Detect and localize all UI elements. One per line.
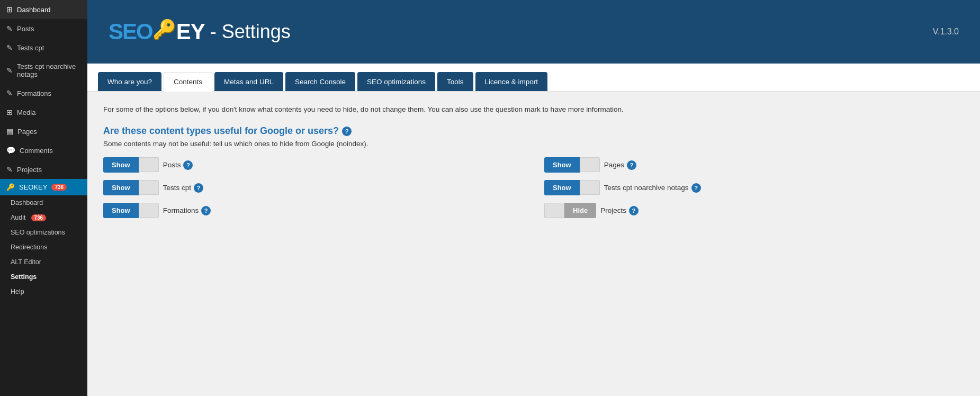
- posts-toggle-track[interactable]: [139, 157, 159, 172]
- tab-metas-and-url[interactable]: Metas and URL: [214, 72, 283, 91]
- tab-licence-import[interactable]: Licence & import: [475, 72, 548, 91]
- sidebar-item-label: Comments: [20, 147, 53, 155]
- seokey-badge: 736: [51, 184, 67, 191]
- sidebar-sub-item-audit[interactable]: Audit 736: [0, 210, 87, 225]
- projects-help-icon[interactable]: ?: [629, 206, 639, 215]
- formations-label: Formations ?: [163, 206, 211, 215]
- posts-label: Posts ?: [163, 160, 193, 170]
- section-title-help-icon[interactable]: ?: [342, 127, 352, 136]
- sidebar-sub-item-alt-editor[interactable]: ALT Editor: [0, 255, 87, 269]
- sub-seo-label: SEO optimizations: [11, 229, 65, 236]
- tab-seo-optimizations[interactable]: SEO optimizations: [357, 72, 435, 91]
- sidebar-item-label: Tests cpt: [17, 44, 44, 52]
- posts-icon: ✎: [6, 24, 13, 33]
- tests-cpt-noarchive-btn-group: Show: [544, 180, 600, 195]
- audit-badge: 736: [31, 214, 47, 221]
- sidebar-item-pages[interactable]: ▤ Pages: [0, 122, 87, 141]
- sidebar-item-dashboard[interactable]: ⊞ Dashboard: [0, 0, 87, 19]
- toggle-row-formations: Show Formations ?: [103, 203, 523, 218]
- comments-icon: 💬: [6, 146, 15, 155]
- tab-tools[interactable]: Tools: [437, 72, 473, 91]
- logo-dash: -: [210, 21, 217, 43]
- logo-settings-text: Settings: [222, 21, 291, 43]
- tab-search-console[interactable]: Search Console: [285, 72, 355, 91]
- sidebar-item-label: Posts: [17, 25, 34, 33]
- sub-redirections-label: Redirections: [11, 244, 47, 251]
- tests-cpt-noarchive-toggle-track[interactable]: [580, 180, 600, 195]
- sidebar-item-formations[interactable]: ✎ Formations: [0, 84, 87, 103]
- tests-cpt-noarchive-icon: ✎: [6, 66, 13, 75]
- tab-contents[interactable]: Contents: [164, 72, 212, 92]
- sub-help-label: Help: [11, 288, 24, 295]
- toggle-row-projects: Hide Projects ?: [544, 203, 964, 218]
- dashboard-icon: ⊞: [6, 5, 13, 14]
- version-label: V.1.3.0: [933, 27, 959, 37]
- sidebar-item-posts[interactable]: ✎ Posts: [0, 19, 87, 38]
- sidebar-item-projects[interactable]: ✎ Projects: [0, 160, 87, 179]
- sidebar-item-label: Formations: [17, 89, 51, 97]
- sidebar-sub-item-help[interactable]: Help: [0, 284, 87, 299]
- sidebar-item-tests-cpt-noarchive[interactable]: ✎ Tests cpt noarchive notags: [0, 57, 87, 84]
- media-icon: ⊞: [6, 108, 13, 116]
- pages-toggle-track[interactable]: [580, 157, 600, 172]
- seokey-icon: 🔑: [6, 183, 15, 191]
- posts-show-button[interactable]: Show: [103, 157, 139, 173]
- formations-show-button[interactable]: Show: [103, 203, 139, 218]
- sidebar-sub-item-dashboard[interactable]: Dashboard: [0, 195, 87, 210]
- section-sub: Some contents may not be useful: tell us…: [103, 140, 964, 148]
- posts-help-icon[interactable]: ?: [183, 160, 193, 170]
- sidebar-item-media[interactable]: ⊞ Media: [0, 103, 87, 122]
- header-banner: SEO 🔑 EY - Settings V.1.3.0: [87, 0, 980, 64]
- seokey-label: SEOKEY: [19, 183, 47, 191]
- projects-label: Projects ?: [600, 206, 639, 215]
- tests-cpt-noarchive-show-button[interactable]: Show: [544, 180, 580, 195]
- sidebar-item-label: Projects: [17, 166, 42, 174]
- sidebar-sub-item-seo-optimizations[interactable]: SEO optimizations: [0, 225, 87, 240]
- toggle-grid: Show Posts ? Show Pages ?: [103, 157, 964, 218]
- sub-alt-editor-label: ALT Editor: [11, 258, 41, 266]
- projects-icon: ✎: [6, 165, 13, 174]
- pages-icon: ▤: [6, 127, 13, 136]
- tab-who-are-you[interactable]: Who are you?: [98, 72, 161, 91]
- tests-cpt-btn-group: Show: [103, 180, 159, 195]
- sidebar-item-tests-cpt[interactable]: ✎ Tests cpt: [0, 38, 87, 57]
- pages-label: Pages ?: [604, 160, 636, 170]
- logo-ey: EY: [176, 19, 205, 44]
- sidebar-item-label: Pages: [17, 128, 37, 136]
- settings-content-area: For some of the options below, if you do…: [87, 92, 980, 231]
- sidebar-sub-item-redirections[interactable]: Redirections: [0, 240, 87, 255]
- sidebar-sub-item-settings[interactable]: Settings: [0, 269, 87, 284]
- formations-help-icon[interactable]: ?: [201, 206, 211, 215]
- sidebar-item-comments[interactable]: 💬 Comments: [0, 141, 87, 160]
- formations-icon: ✎: [6, 89, 13, 97]
- toggle-row-posts: Show Posts ?: [103, 157, 523, 173]
- projects-btn-group: Hide: [544, 203, 596, 218]
- section-title: Are these content types useful for Googl…: [103, 125, 964, 137]
- pages-show-button[interactable]: Show: [544, 157, 580, 173]
- projects-toggle-track[interactable]: [544, 203, 564, 218]
- tests-cpt-noarchive-help-icon[interactable]: ?: [691, 183, 701, 193]
- tests-cpt-help-icon[interactable]: ?: [194, 183, 203, 193]
- logo-key-icon: 🔑: [152, 19, 176, 41]
- toggle-row-tests-cpt: Show Tests cpt ?: [103, 180, 523, 195]
- toggle-row-tests-cpt-noarchive: Show Tests cpt noarchive notags ?: [544, 180, 964, 195]
- header-logo: SEO 🔑 EY - Settings: [109, 19, 291, 44]
- tests-cpt-label: Tests cpt ?: [163, 183, 203, 193]
- toggle-row-pages: Show Pages ?: [544, 157, 964, 173]
- pages-help-icon[interactable]: ?: [627, 160, 636, 170]
- sub-audit-label: Audit: [11, 214, 26, 221]
- tests-cpt-icon: ✎: [6, 43, 13, 52]
- tests-cpt-noarchive-label: Tests cpt noarchive notags ?: [604, 183, 701, 193]
- formations-btn-group: Show: [103, 203, 159, 218]
- logo-seo: SEO: [109, 19, 152, 44]
- sidebar-item-label: Media: [17, 109, 35, 116]
- section-title-text: Are these content types useful for Googl…: [103, 125, 339, 137]
- sub-settings-label: Settings: [11, 273, 37, 281]
- tests-cpt-toggle-track[interactable]: [139, 180, 159, 195]
- pages-btn-group: Show: [544, 157, 600, 173]
- projects-hide-button[interactable]: Hide: [564, 203, 596, 218]
- seokey-menu-item[interactable]: 🔑 SEOKEY 736: [0, 179, 87, 195]
- tests-cpt-show-button[interactable]: Show: [103, 180, 139, 195]
- formations-toggle-track[interactable]: [139, 203, 159, 218]
- sidebar-item-label: Dashboard: [17, 6, 51, 14]
